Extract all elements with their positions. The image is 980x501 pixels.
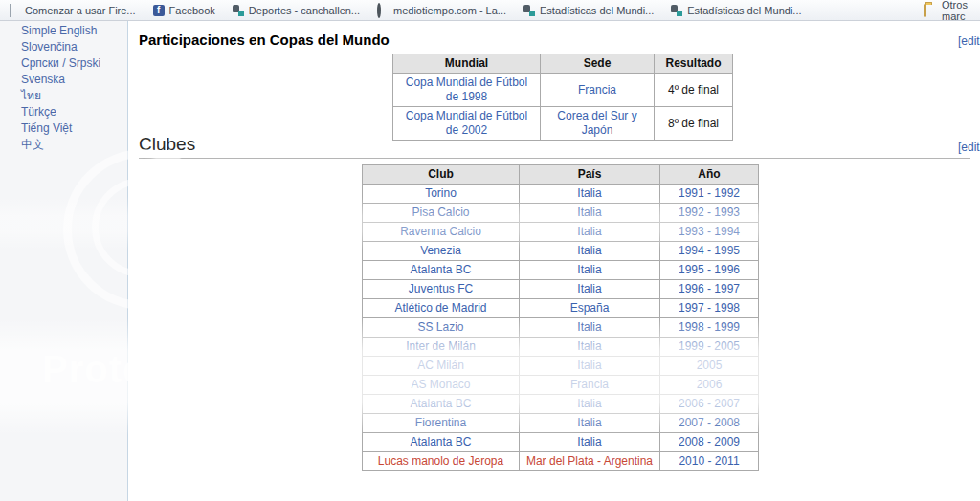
country-link[interactable]: Italia: [577, 282, 601, 295]
table-row: AS Monaco Francia 2006: [363, 376, 759, 395]
years-link[interactable]: 1992 - 1993: [679, 206, 740, 219]
bookmark-label: mediotiempo.com - La...: [393, 5, 506, 16]
years-link[interactable]: 1997 - 1998: [679, 301, 740, 315]
years-link[interactable]: 1998 - 1999: [679, 320, 740, 334]
country-redlink[interactable]: Mar del Plata - Argentina: [526, 454, 653, 468]
table-row: Fiorentina Italia 2007 - 2008: [363, 414, 759, 433]
years-link[interactable]: 1994 - 1995: [679, 244, 740, 257]
country-link[interactable]: España: [570, 301, 610, 315]
host-link[interactable]: Francia: [578, 83, 616, 97]
country-link[interactable]: Italia: [577, 359, 601, 372]
years-link[interactable]: 2010 - 2011: [679, 454, 739, 468]
site-icon: [671, 5, 682, 16]
club-link[interactable]: Juventus FC: [409, 282, 473, 295]
table-row: Torino Italia 1991 - 1992: [363, 185, 759, 204]
sidebar-item-tieng-viet[interactable]: Tiếng Việt: [0, 120, 127, 137]
years-link[interactable]: 2006 - 2007: [679, 397, 740, 410]
sidebar-item-simple-english[interactable]: Simple English: [0, 23, 127, 39]
world-cup-link[interactable]: Copa Mundial de Fútbol de 2002: [406, 109, 527, 137]
clubs-heading-rule: Clubes: [139, 134, 970, 159]
country-link[interactable]: Italia: [577, 206, 601, 219]
edit-link-world-cups[interactable]: [editar]: [958, 34, 980, 48]
table-row: Atalanta BC Italia 2008 - 2009: [363, 433, 759, 452]
sidebar-item-thai[interactable]: ไทย: [0, 88, 127, 104]
page-icon: [9, 5, 20, 16]
bookmark-label: Comenzar a usar Fire...: [25, 5, 136, 16]
country-link[interactable]: Italia: [577, 339, 601, 353]
club-link[interactable]: Venezia: [420, 244, 461, 257]
table-row: SS Lazio Italia 1998 - 1999: [363, 318, 759, 338]
club-redlink[interactable]: Lucas manolo de Jeropa: [378, 454, 503, 468]
result-value: 4º de final: [668, 83, 719, 97]
bookmark-estadisticas-2[interactable]: Estadísticas del Mundi...: [671, 5, 801, 16]
country-link[interactable]: Italia: [577, 244, 601, 257]
bookmark-label: Facebook: [169, 5, 215, 16]
table-row: Lucas manolo de Jeropa Mar del Plata - A…: [363, 452, 759, 471]
table-header-row: Club País Año: [363, 165, 759, 185]
table-row: Pisa Calcio Italia 1992 - 1993: [363, 204, 759, 223]
club-link[interactable]: Atalanta BC: [410, 435, 471, 448]
table-row: Juventus FC Italia 1996 - 1997: [363, 280, 759, 299]
table-row: Venezia Italia 1994 - 1995: [363, 242, 759, 261]
club-link[interactable]: SS Lazio: [417, 320, 463, 334]
years-link[interactable]: 1991 - 1992: [679, 186, 740, 200]
sidebar-item-turkce[interactable]: Türkçe: [0, 104, 127, 120]
bookmark-comenzar[interactable]: Comenzar a usar Fire...: [9, 5, 136, 16]
world-cup-link[interactable]: Copa Mundial de Fútbol de 1998: [406, 76, 527, 103]
bookmark-facebook[interactable]: f Facebook: [153, 5, 215, 16]
years-link[interactable]: 2006: [697, 378, 723, 391]
clubs-table: Club País Año Torino Italia 1991 - 1992 …: [362, 164, 759, 471]
country-link[interactable]: Francia: [570, 378, 609, 391]
club-link[interactable]: Atlético de Madrid: [394, 301, 486, 315]
club-link[interactable]: Ravenna Calcio: [400, 225, 481, 238]
table-row: AC Milán Italia 2005: [363, 357, 759, 376]
country-link[interactable]: Italia: [577, 320, 601, 334]
table-row: Ravenna Calcio Italia 1993 - 1994: [363, 223, 759, 242]
world-cups-table: Mundial Sede Resultado Copa Mundial de F…: [392, 54, 733, 141]
years-link[interactable]: 1993 - 1994: [679, 225, 740, 238]
country-link[interactable]: Italia: [577, 263, 601, 276]
bookmark-label: Deportes - canchallen...: [249, 5, 360, 16]
table-row: Inter de Milán Italia 1999 - 2005: [363, 338, 759, 357]
sidebar-item-srpski[interactable]: Српски / Srpski: [0, 55, 127, 72]
sidebar-item-slovencina[interactable]: Slovenčina: [0, 39, 127, 55]
column-header-pais: País: [520, 165, 660, 185]
club-link[interactable]: Fiorentina: [415, 416, 466, 429]
years-link[interactable]: 1999 - 2005: [679, 339, 740, 353]
bookmark-estadisticas-1[interactable]: Estadísticas del Mundi...: [523, 5, 654, 16]
club-link[interactable]: Torino: [425, 186, 457, 200]
years-link[interactable]: 2007 - 2008: [679, 416, 740, 429]
years-link[interactable]: 2005: [697, 359, 723, 372]
table-row: Atalanta BC Italia 1995 - 1996: [363, 261, 759, 280]
column-header-resultado: Resultado: [655, 54, 733, 74]
world-cups-heading: Participaciones en Copas del Mundo: [139, 32, 390, 48]
bookmark-mediotiempo[interactable]: mediotiempo.com - La...: [377, 5, 506, 16]
country-link[interactable]: Italia: [577, 225, 601, 238]
club-link[interactable]: AC Milán: [417, 359, 464, 372]
edit-link-clubs[interactable]: [editar]: [958, 141, 980, 154]
country-link[interactable]: Italia: [577, 397, 601, 410]
bookmark-deportes[interactable]: Deportes - canchallen...: [233, 5, 360, 16]
bookmarks-bar: Comenzar a usar Fire... f Facebook Depor…: [0, 0, 980, 21]
bookmark-label: Otros marc: [942, 0, 980, 22]
table-row: Atalanta BC Italia 2006 - 2007: [363, 395, 759, 414]
years-link[interactable]: 1996 - 1997: [679, 282, 740, 295]
years-link[interactable]: 1995 - 1996: [679, 263, 740, 276]
result-value: 8º de final: [668, 117, 719, 130]
country-link[interactable]: Italia: [577, 416, 601, 429]
table-header-row: Mundial Sede Resultado: [393, 54, 733, 74]
club-link[interactable]: Atalanta BC: [410, 263, 471, 276]
club-link[interactable]: AS Monaco: [411, 378, 470, 391]
bookmark-otros-marcadores[interactable]: Otros marc: [924, 0, 980, 21]
country-link[interactable]: Italia: [577, 435, 601, 448]
sidebar-item-svenska[interactable]: Svenska: [0, 72, 127, 88]
country-link[interactable]: Italia: [577, 186, 601, 200]
host-link[interactable]: Corea del Sur y Japón: [557, 109, 636, 137]
club-link[interactable]: Pisa Calcio: [412, 206, 469, 219]
years-link[interactable]: 2008 - 2009: [679, 435, 740, 448]
site-icon: [233, 5, 244, 16]
club-link[interactable]: Inter de Milán: [406, 339, 476, 353]
sidebar-item-zhongwen[interactable]: 中文: [0, 137, 127, 153]
clubs-heading: Clubes: [139, 134, 195, 154]
club-link[interactable]: Atalanta BC: [410, 397, 471, 410]
